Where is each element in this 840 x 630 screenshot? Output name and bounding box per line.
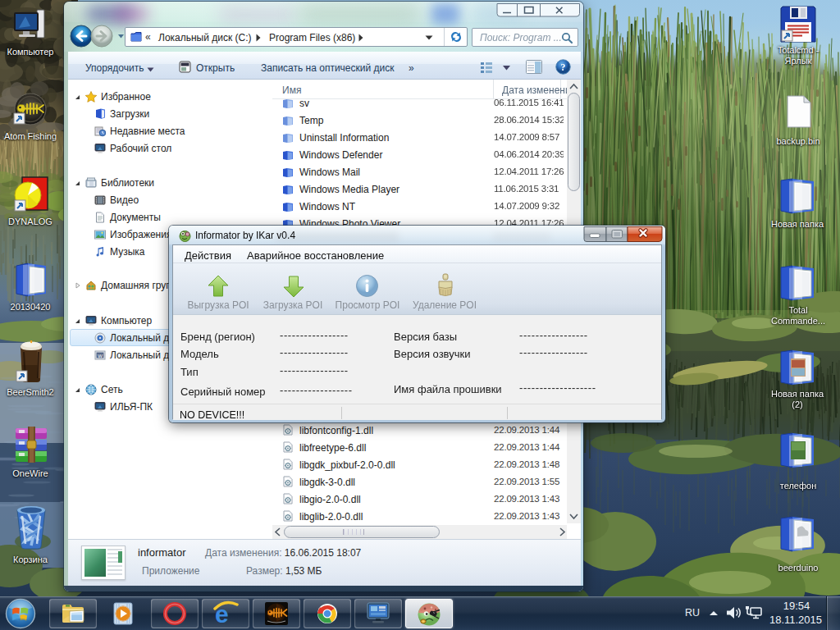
svg-text:W: W — [98, 354, 103, 358]
svg-text:?: ? — [561, 62, 566, 73]
